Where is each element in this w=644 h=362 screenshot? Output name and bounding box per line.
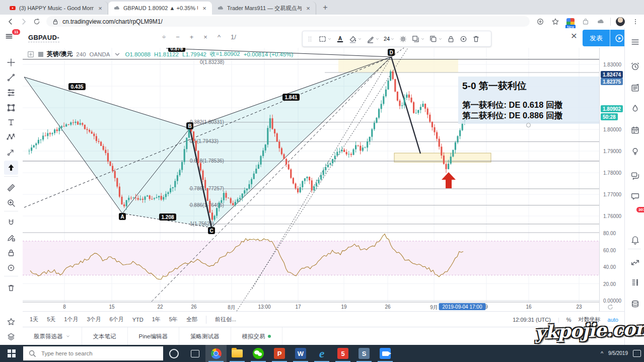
taskbar-zoom-icon[interactable] xyxy=(375,345,396,362)
math-op-×[interactable]: × xyxy=(203,33,207,41)
kebab-menu-icon[interactable] xyxy=(629,16,642,27)
taskbar-app5-icon[interactable]: 5 xyxy=(332,345,353,362)
range-5年[interactable]: 5年 xyxy=(169,316,178,323)
ideas-stream-icon[interactable]: 307 xyxy=(628,210,641,223)
goto-date-button[interactable]: 前往创... xyxy=(215,316,236,323)
avatar[interactable] xyxy=(614,16,627,27)
start-button[interactable] xyxy=(0,345,23,362)
notification-center-icon[interactable] xyxy=(633,350,641,357)
price-badge[interactable]: 50:28 xyxy=(601,113,618,120)
taskbar-appS-icon[interactable]: S xyxy=(353,345,375,362)
taskbar-powerpoint-icon[interactable]: P xyxy=(269,345,290,362)
bell-icon[interactable] xyxy=(628,233,641,246)
taskbar-explorer-icon[interactable] xyxy=(227,345,248,362)
panel-股票筛选器[interactable]: 股票筛选器 xyxy=(23,327,82,345)
lock-small-icon[interactable] xyxy=(446,34,456,44)
fib-retracement-icon[interactable] xyxy=(4,86,18,100)
math-op-+[interactable]: + xyxy=(190,33,194,41)
price-badge[interactable]: 1.82375 xyxy=(601,78,623,85)
font-size-select[interactable]: 24 xyxy=(383,35,396,43)
reload-button[interactable] xyxy=(30,16,43,27)
back-button[interactable] xyxy=(4,16,17,27)
panel-文本笔记[interactable]: 文本笔记 xyxy=(82,327,128,345)
close-drawing-toolbar-button[interactable]: × xyxy=(567,30,581,42)
tab-tradingview-chart[interactable]: GBPAUD 1.80902 ▲ +0.35% Unn× xyxy=(108,2,212,15)
chats-icon[interactable] xyxy=(628,169,641,182)
target-icon[interactable] xyxy=(458,34,469,44)
arrow-marker-icon[interactable] xyxy=(4,161,18,175)
taskbar-wechat-icon[interactable] xyxy=(248,345,269,362)
taskbar-chrome-icon[interactable] xyxy=(205,345,227,362)
dom-icon[interactable] xyxy=(628,276,641,289)
panel-Pine编辑器[interactable]: Pine编辑器 xyxy=(128,327,180,345)
star-icon[interactable] xyxy=(4,315,18,329)
circle-plus-icon[interactable] xyxy=(534,16,547,27)
main-menu-button[interactable] xyxy=(5,32,13,42)
idea-bulb-icon[interactable] xyxy=(628,144,641,158)
address-bar[interactable]: cn.tradingview.com/chart/rpQLM9M1/ xyxy=(46,16,530,27)
interval-value[interactable]: 240 xyxy=(76,51,86,57)
math-op-÷[interactable]: ÷ xyxy=(162,33,166,41)
alarm-clock-icon[interactable] xyxy=(628,59,641,73)
new-tab-button[interactable]: + xyxy=(319,2,331,14)
gear-icon[interactable] xyxy=(398,34,408,44)
hide-all-icon[interactable] xyxy=(4,261,18,275)
taskbar-date[interactable]: 9/5/2019 xyxy=(608,350,628,356)
symbol-search-input[interactable]: GBPAUD- xyxy=(28,34,59,42)
taskbar-word-icon[interactable]: W xyxy=(290,345,311,362)
panel-策略测试器[interactable]: 策略测试器 xyxy=(179,327,231,345)
symbol-math-ops[interactable]: ÷−+×^1/ xyxy=(162,33,236,41)
lock-all-icon[interactable] xyxy=(4,246,18,260)
text-annotation-box[interactable]: 5-0 第一获利位 第一获利位: DE 0.618 回撤 第二获利位: DE 0… xyxy=(458,77,599,124)
chart-style-icon[interactable] xyxy=(38,52,43,57)
range-3个月[interactable]: 3个月 xyxy=(87,316,101,323)
clone-icon[interactable] xyxy=(428,34,444,44)
taskbar-search[interactable] xyxy=(23,346,163,360)
chat-icon[interactable] xyxy=(628,189,641,202)
dash-rect-icon[interactable] xyxy=(317,34,333,44)
tab-tradingview-profile[interactable]: Trader Mars911 — 交易观点与趋× xyxy=(212,2,316,15)
xabcd-pattern-icon[interactable] xyxy=(4,130,18,144)
price-scale[interactable]: 1.830001.800001.790001.780001.770001.760… xyxy=(599,48,625,311)
add-symbol-icon[interactable] xyxy=(27,50,35,58)
calendar-icon[interactable] xyxy=(628,123,641,136)
trend-line-icon[interactable] xyxy=(4,70,18,85)
ruler-icon[interactable] xyxy=(4,181,18,195)
symbol-info-row[interactable]: 英镑/澳元 240 OANDA O1.80088 H1.81122 L1.799… xyxy=(27,50,293,58)
shapes-icon[interactable] xyxy=(4,101,18,115)
math-op-−[interactable]: − xyxy=(176,33,180,41)
text-tool-icon[interactable] xyxy=(4,115,18,129)
range-1天[interactable]: 1天 xyxy=(30,316,38,323)
magnet-icon[interactable] xyxy=(4,215,18,230)
chevron-down-icon[interactable] xyxy=(113,50,121,58)
range-1个月[interactable]: 1个月 xyxy=(64,316,78,323)
hotlists-icon[interactable] xyxy=(628,102,641,115)
panel-menu-icon[interactable] xyxy=(628,35,641,48)
range-5天[interactable]: 5天 xyxy=(47,316,55,323)
annotation-resize-handle[interactable] xyxy=(526,123,531,127)
coins-icon[interactable] xyxy=(628,297,641,310)
range-1年[interactable]: 1年 xyxy=(152,316,161,323)
trash-icon[interactable] xyxy=(4,281,18,295)
grip-icon[interactable] xyxy=(305,34,315,44)
trash-icon[interactable] xyxy=(471,34,481,44)
fill-bucket-icon[interactable] xyxy=(347,34,363,44)
price-badge[interactable]: 1.82474 xyxy=(601,71,623,78)
text-color-icon[interactable]: A xyxy=(335,34,345,44)
range-全部[interactable]: 全部 xyxy=(186,316,197,323)
trade-panel-icon[interactable] xyxy=(628,256,641,269)
taskbar-edge-icon[interactable]: e xyxy=(311,345,332,362)
tray-chevron-up-icon[interactable]: ^ xyxy=(601,350,603,356)
crosshair-icon[interactable] xyxy=(4,55,18,69)
tab-youtube[interactable]: (3) HAPPY Music - Good Mornin× xyxy=(4,2,108,15)
math-op-1/[interactable]: 1/ xyxy=(231,33,236,41)
tab-close-icon[interactable]: × xyxy=(97,5,104,12)
layers-tree-icon[interactable] xyxy=(4,330,18,344)
bookmark-star-icon[interactable] xyxy=(549,16,562,27)
range-YTD[interactable]: YTD xyxy=(132,317,144,323)
stack-icon[interactable] xyxy=(410,34,426,44)
math-op-^[interactable]: ^ xyxy=(218,33,221,41)
tab-close-icon[interactable]: × xyxy=(305,5,312,12)
publish-button[interactable]: 发表 xyxy=(583,30,610,46)
watchlist-icon[interactable] xyxy=(628,81,641,94)
